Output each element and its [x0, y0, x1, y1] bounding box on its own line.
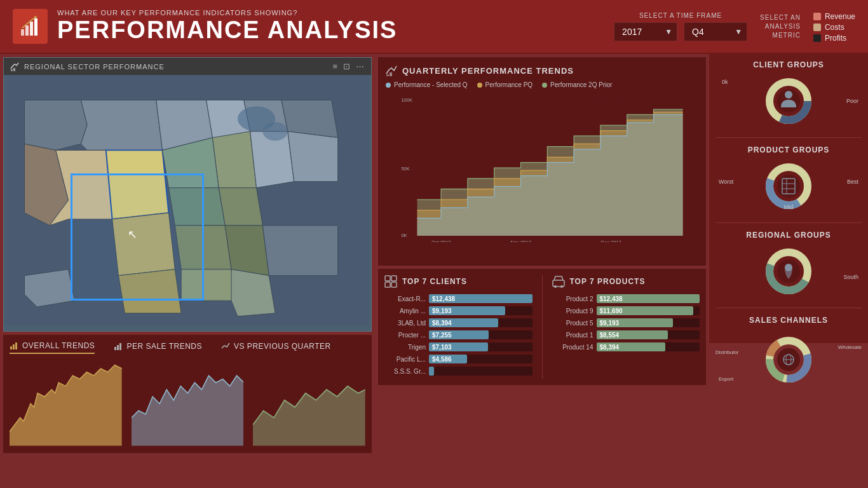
time-frame-label: Select a Time Frame: [639, 12, 722, 19]
dropdowns-row: 2015 2016 2017 2018 ▼ Q1 Q2 Q3 Q4 ▼: [614, 22, 747, 41]
product-fill-3: $8,554: [597, 330, 668, 339]
svg-marker-25: [225, 226, 269, 276]
per-sale-trends-chart: [132, 360, 244, 447]
per-sale-label: Per Sale Trends: [126, 342, 202, 351]
product-name-4: Product 14: [552, 344, 593, 351]
panel-icon-menu[interactable]: ≡: [332, 62, 338, 71]
product-value-0: $12,438: [600, 295, 623, 302]
vs-previous-label: VS Previous Quarter: [234, 342, 331, 351]
label-selected-q: Performance - Selected Q: [394, 81, 468, 88]
quarter-dropdown[interactable]: Q1 Q2 Q3 Q4: [684, 22, 747, 41]
year-dropdown[interactable]: 2015 2016 2017 2018: [614, 22, 677, 41]
dot-pq: [477, 83, 482, 88]
regional-groups-donut-row: South: [715, 243, 862, 300]
legend-item-profits: Profits: [813, 34, 855, 43]
client-name-2: 3LAB, Ltd: [384, 320, 426, 327]
products-icon: [552, 275, 565, 288]
right-column: Client Groups 0k Poor: [709, 54, 868, 343]
product-track-2: $9,193: [597, 318, 700, 327]
svg-point-62: [560, 285, 563, 288]
svg-rect-59: [391, 282, 397, 287]
client-bar-procter: Procter ... $7,255: [384, 330, 532, 339]
legend-box-profits: [813, 34, 821, 42]
client-bar-3lab: 3LAB, Ltd $8,394: [384, 318, 532, 327]
analysis-section: SELECT ANANALYSISMETRIC: [760, 13, 801, 40]
client-name-3: Procter ...: [384, 332, 426, 339]
clients-title: Top 7 Clients: [402, 277, 467, 286]
svg-point-66: [785, 91, 792, 98]
client-track-0: $12,438: [429, 294, 532, 303]
client-fill-3: $7,255: [429, 330, 489, 339]
svg-text:Oct 2017: Oct 2017: [431, 240, 451, 242]
client-name-0: Exact-R...: [384, 295, 426, 302]
quarterly-header: Quarterly Performance Trends: [386, 65, 698, 76]
bottom-trends-panel: Overall Trends Per Sale Trends VS Previo…: [3, 335, 372, 454]
regional-groups-section: Regional Groups South: [715, 231, 862, 300]
quarterly-icon: [386, 65, 397, 76]
client-value-0: $12,438: [432, 295, 455, 302]
client-bar-exact: Exact-R... $12,438: [384, 294, 532, 303]
chart-legend: Performance - Selected Q Performance PQ …: [386, 81, 698, 88]
svg-rect-3: [34, 18, 37, 36]
product-value-2: $9,193: [600, 320, 620, 327]
main-content: Regional Sector Performance ≡ ⊡ ⋯: [0, 54, 868, 488]
product-bar-14: Product 14 $8,394: [552, 342, 700, 351]
client-name-5: Pacific L...: [384, 356, 426, 363]
svg-rect-6: [13, 68, 15, 71]
overall-trends-label: Overall Trends: [22, 341, 95, 350]
svg-rect-33: [10, 346, 12, 349]
tab-overall-trends[interactable]: Overall Trends: [10, 341, 95, 354]
client-fill-4: $7,103: [429, 342, 488, 351]
svg-marker-9: [81, 100, 162, 150]
map-panel-title: Regional Sector Performance: [24, 63, 165, 71]
svg-marker-23: [212, 132, 256, 188]
header: What are our key performance indicators …: [0, 0, 868, 54]
client-value-5: $4,586: [432, 356, 452, 363]
panel-icon-expand[interactable]: ⊡: [343, 62, 351, 71]
sales-channels-title: Sales Channels: [715, 316, 862, 325]
svg-rect-34: [13, 344, 15, 349]
legend-label-profits: Profits: [825, 34, 846, 43]
product-bar-9: Product 9 $11,690: [552, 306, 700, 315]
legend-item-costs: Costs: [813, 23, 855, 32]
panel-header-icons: ≡ ⊡ ⋯: [332, 62, 365, 71]
client-bar-sss: S.S.S. Gr...: [384, 367, 532, 376]
client-bar-amylin: Amylin ... $9,193: [384, 306, 532, 315]
header-controls: Select a Time Frame 2015 2016 2017 2018 …: [614, 11, 855, 43]
clients-header: Top 7 Clients: [384, 275, 532, 288]
divider-3: [715, 308, 862, 308]
panel-icon-more[interactable]: ⋯: [356, 62, 365, 71]
product-bar-5: Product 5 $9,193: [552, 318, 700, 327]
clients-icon: [384, 275, 397, 288]
product-groups-label-mid: Mid: [784, 204, 794, 210]
svg-text:50K: 50K: [401, 166, 409, 172]
legend-box-revenue: [813, 13, 821, 20]
map-body: ↖: [4, 75, 371, 326]
header-icon: [13, 9, 48, 44]
overall-trends-icon: [10, 341, 18, 350]
legend-selected-q: Performance - Selected Q: [386, 81, 468, 88]
tab-per-sale-trends[interactable]: Per Sale Trends: [114, 341, 202, 354]
svg-marker-39: [10, 365, 122, 445]
client-fill-0: $12,438: [429, 294, 532, 303]
svg-point-61: [554, 285, 557, 288]
product-value-3: $8,554: [600, 332, 620, 339]
sales-channels-donut-container: Distributor Wholesale Export: [715, 334, 862, 385]
per-sale-icon: [114, 342, 123, 351]
dot-selected-q: [386, 83, 391, 88]
tab-vs-previous[interactable]: VS Previous Quarter: [221, 341, 331, 354]
middle-column: Quarterly Performance Trends Performance…: [375, 54, 709, 343]
dot-2q-prior: [542, 83, 547, 88]
product-value-4: $8,394: [600, 344, 620, 351]
client-value-4: $7,103: [432, 344, 452, 351]
legend-item-revenue: Revenue: [813, 12, 855, 21]
product-track-3: $8,554: [597, 330, 700, 339]
quarterly-title: Quarterly Performance Trends: [402, 66, 574, 76]
svg-rect-38: [119, 343, 121, 350]
svg-rect-36: [114, 347, 116, 350]
client-groups-title: Client Groups: [715, 60, 862, 69]
quarter-dropdown-wrapper: Q1 Q2 Q3 Q4 ▼: [684, 22, 747, 41]
clients-panel: Top 7 Clients Exact-R... $12,438 Amylin …: [378, 269, 539, 385]
header-subtitle: What are our key performance indicators …: [57, 9, 397, 17]
products-header: Top 7 Products: [552, 275, 700, 288]
